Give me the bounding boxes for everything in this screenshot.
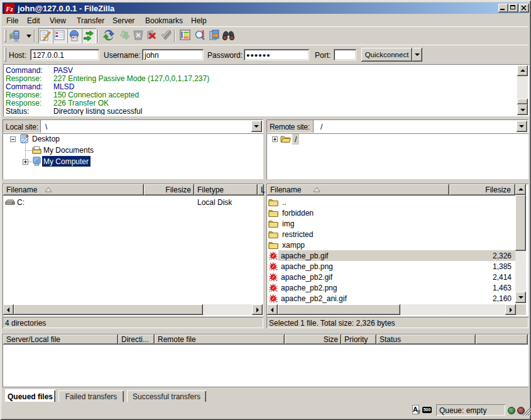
svg-text:A: A	[413, 406, 418, 413]
svg-text:Fz: Fz	[5, 5, 13, 13]
